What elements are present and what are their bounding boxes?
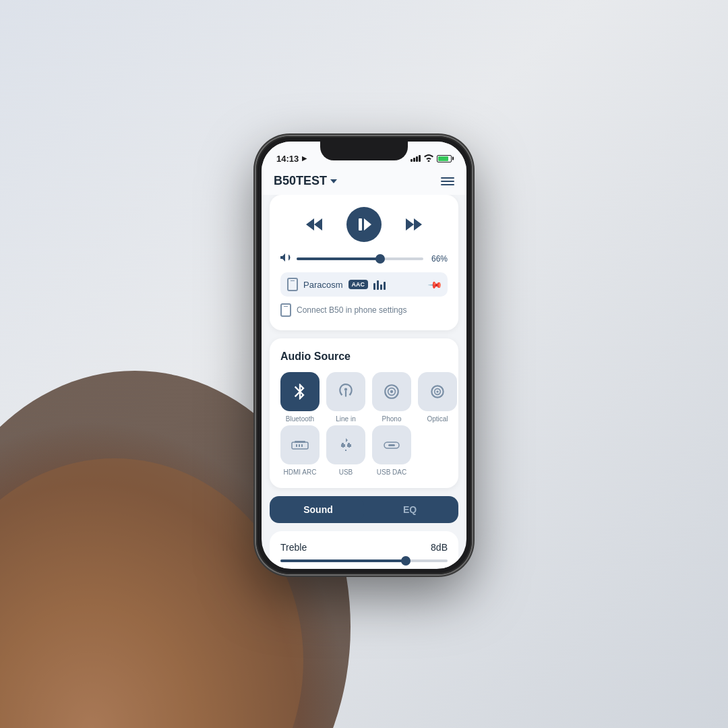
volume-thumb[interactable] xyxy=(375,254,385,264)
location-icon: ▶ xyxy=(302,155,307,162)
status-time: 14:13 ▶ xyxy=(276,154,307,164)
phone-screen: 14:13 ▶ xyxy=(262,142,466,569)
scroll-content[interactable]: 66% Paracosm AAC xyxy=(262,195,466,568)
player-controls xyxy=(280,207,448,242)
linein-icon-box xyxy=(326,372,365,411)
treble-label: Treble xyxy=(280,542,307,553)
notch xyxy=(320,142,408,160)
treble-card: Treble 8dB xyxy=(270,531,458,568)
source-hdmiarc[interactable]: HDMI ARC xyxy=(280,425,320,476)
usb-label: USB xyxy=(339,468,353,476)
volume-row: 66% xyxy=(280,253,448,264)
optical-icon-box xyxy=(418,372,457,411)
treble-value: 8dB xyxy=(431,542,448,553)
battery-icon xyxy=(437,155,452,162)
hdmiarc-label: HDMI ARC xyxy=(284,468,317,476)
svg-rect-17 xyxy=(299,444,300,447)
svg-marker-2 xyxy=(306,218,314,231)
track-name: Paracosm xyxy=(303,280,343,290)
audio-source-title: Audio Source xyxy=(280,351,448,363)
svg-rect-4 xyxy=(359,218,362,231)
treble-slider[interactable] xyxy=(280,559,448,562)
source-usbdac[interactable]: USB DAC xyxy=(372,425,411,476)
svg-rect-18 xyxy=(301,444,303,447)
phone-frame: 14:13 ▶ xyxy=(256,136,472,574)
track-info-row: Paracosm AAC 📌 xyxy=(280,272,448,297)
audio-source-grid-row2: HDMI ARC USB xyxy=(280,425,448,476)
usbdac-icon-box xyxy=(372,425,411,464)
device-name-text: B50TEST xyxy=(274,174,327,188)
hamburger-line-2 xyxy=(441,181,454,182)
phono-label: Phono xyxy=(382,415,402,423)
linein-label: Line in xyxy=(336,415,355,423)
menu-button[interactable] xyxy=(441,177,454,185)
svg-marker-6 xyxy=(406,218,414,231)
pin-icon: 📌 xyxy=(427,276,443,292)
codec-badge: AAC xyxy=(348,280,369,289)
svg-rect-16 xyxy=(296,444,297,447)
audio-source-card: Audio Source Bluetooth xyxy=(270,338,458,488)
connect-text: Connect B50 in phone settings xyxy=(297,305,406,315)
player-card: 66% Paracosm AAC xyxy=(270,195,458,330)
svg-point-13 xyxy=(436,390,438,392)
svg-marker-7 xyxy=(414,218,422,231)
rewind-button[interactable] xyxy=(302,212,326,237)
optical-label: Optical xyxy=(427,415,448,423)
sound-eq-wrapper: Sound EQ xyxy=(270,496,458,523)
svg-point-10 xyxy=(390,390,393,393)
app-header: B50TEST xyxy=(262,169,466,195)
chevron-down-icon[interactable] xyxy=(330,179,337,183)
status-icons xyxy=(411,154,452,163)
phono-icon-box xyxy=(372,372,411,411)
tab-eq[interactable]: EQ xyxy=(364,499,456,520)
hdmiarc-icon-box xyxy=(280,425,320,464)
source-usb[interactable]: USB xyxy=(326,425,365,476)
svg-rect-20 xyxy=(388,444,395,446)
treble-row: Treble 8dB xyxy=(280,542,448,553)
source-phono[interactable]: Phono xyxy=(372,372,411,423)
tab-bar: Sound EQ xyxy=(270,496,458,523)
phone-source-icon xyxy=(287,278,298,291)
wifi-icon xyxy=(424,154,433,163)
usbdac-label: USB DAC xyxy=(377,468,406,476)
source-linein[interactable]: Line in xyxy=(326,372,365,423)
usb-icon-box xyxy=(326,425,365,464)
audio-source-grid-row1: Bluetooth Line in xyxy=(280,372,448,423)
forward-button[interactable] xyxy=(402,212,426,237)
svg-rect-15 xyxy=(295,441,305,443)
treble-thumb[interactable] xyxy=(401,556,411,566)
tab-sound[interactable]: Sound xyxy=(272,499,364,520)
treble-fill xyxy=(280,559,406,562)
volume-icon xyxy=(280,253,291,264)
volume-slider[interactable] xyxy=(297,257,423,260)
source-empty xyxy=(418,425,448,476)
source-optical[interactable]: Optical xyxy=(418,372,457,423)
device-name-label[interactable]: B50TEST xyxy=(274,174,337,188)
connect-row: Connect B50 in phone settings xyxy=(280,302,448,318)
bluetooth-icon-box xyxy=(280,372,320,411)
svg-marker-3 xyxy=(314,218,322,231)
eq-animation-icon xyxy=(373,279,386,290)
play-pause-button[interactable] xyxy=(346,207,382,242)
connect-device-icon xyxy=(280,303,291,317)
signal-bars-icon xyxy=(411,155,421,162)
svg-marker-5 xyxy=(364,218,371,231)
volume-percent: 66% xyxy=(429,254,448,264)
bluetooth-label: Bluetooth xyxy=(286,415,314,423)
hamburger-line-1 xyxy=(441,177,454,179)
hamburger-line-3 xyxy=(441,184,454,185)
source-bluetooth[interactable]: Bluetooth xyxy=(280,372,320,423)
volume-fill xyxy=(297,257,380,260)
